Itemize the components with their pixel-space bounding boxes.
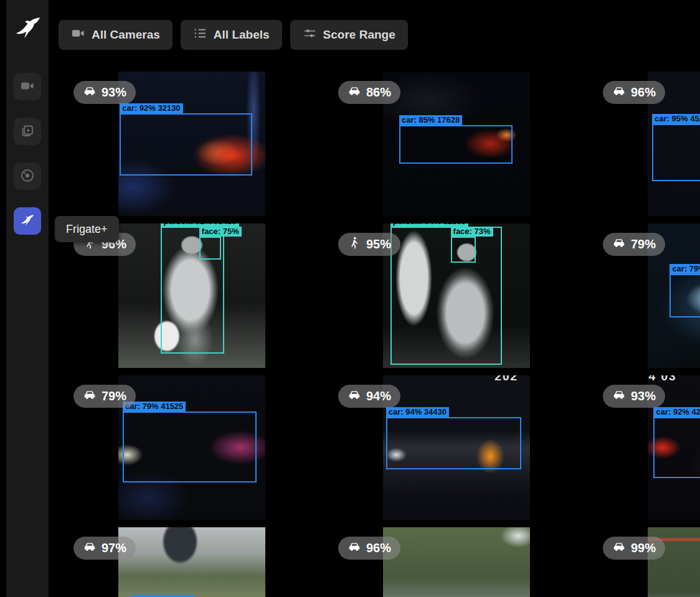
filter-bar: All Cameras All Labels Score Range [59,20,408,50]
car-icon [83,388,97,405]
review-play-icon [20,123,35,140]
snapshot-tile[interactable]: car: 85% 17628 [383,72,530,216]
detection-box: car: 79% [669,274,700,317]
score-badge: 96% [603,81,665,104]
snapshot-cell: person: 94% 82503face: 73% 95% [324,223,589,368]
detection-box: person: 94% 82503 [390,227,502,365]
camera-timestamp-fragment: 024 03 [648,375,677,383]
score-value: 96% [366,541,391,555]
detection-box: car: 94% 34430 [386,417,521,469]
video-camera-icon [20,78,35,95]
score-value: 79% [631,237,656,251]
snapshot-tile[interactable]: car: 96% 29493 [383,527,530,597]
snapshot-cell: car: 85% 17628 86% [324,72,589,216]
car-icon [348,540,361,557]
snapshot-cell: car: 79% 79% [589,223,700,368]
snapshot-cell: car: 92% 32130 93% [60,72,324,216]
snapshot-cell: car: 97% 40432 97% [60,527,324,597]
sidebar-item-review[interactable] [14,118,41,145]
detection-box: car: 85% 17628 [399,125,513,164]
score-badge: 97% [73,537,136,560]
score-value: 97% [102,541,126,555]
frigate-bird-icon [20,213,35,230]
detection-label: car: 92% 32130 [120,103,182,113]
car-icon [612,540,626,557]
camera-timestamp-fragment: 202 [494,375,518,383]
disc-icon [20,168,35,185]
filter-label: Score Range [323,28,395,42]
snapshot-cell: car: 95% 45260 96% [589,72,700,216]
score-value: 95% [366,237,391,251]
video-camera-icon [71,26,85,44]
sidebar-item-live[interactable] [14,73,41,100]
score-badge: 99% [603,537,665,560]
snapshot-tile[interactable]: car: 79% 41525 [118,375,265,520]
filter-label: All Labels [214,28,270,42]
score-range-filter-button[interactable]: Score Range [290,20,408,50]
all-labels-filter-button[interactable]: All Labels [181,20,282,50]
bulleted-list-icon [193,26,207,44]
sidebar [6,0,49,597]
snapshot-cell: car: 92% 4216024 03 93% [589,375,700,520]
car-icon [348,388,361,405]
score-value: 94% [366,389,391,403]
all-cameras-filter-button[interactable]: All Cameras [59,20,173,50]
sidebar-item-frigate-plus[interactable] [14,207,41,235]
detection-label: car: 79% [669,264,700,274]
detection-label: face: 73% [451,227,493,237]
detection-box: car: 92% 4216 [653,417,700,477]
snapshot-cell: person: 91% 93480face: 75% 96% [60,223,324,368]
snapshot-cell: car: 96% 29493 96% [324,527,589,597]
car-icon [612,388,626,405]
score-value: 96% [631,85,656,100]
frigate-plus-tooltip: Frigate+ [55,216,119,242]
snapshot-tile[interactable]: car: 92% 32130 [118,72,265,216]
person-icon [348,236,361,253]
score-value: 79% [102,389,126,403]
detection-label: face: 75% [199,227,242,237]
score-badge: 96% [338,537,400,560]
car-icon [83,84,97,101]
snapshot-tile[interactable]: car: 97% 40432 [118,527,265,597]
score-value: 99% [631,541,656,555]
detection-label: car: 92% 4216 [653,407,700,417]
sliders-icon [303,26,317,44]
score-value: 86% [366,85,391,100]
filter-label: All Cameras [92,28,160,42]
score-value: 93% [631,389,656,403]
detection-box: car: 79% 41525 [123,411,257,482]
score-badge: 95% [338,233,400,256]
score-badge: 79% [603,233,665,256]
score-badge: 94% [338,385,400,408]
frigate-logo [14,14,42,42]
snapshot-tile[interactable]: person: 94% 82503face: 73% [383,223,530,368]
car-icon [612,236,626,253]
detection-box: car: 92% 32130 [120,113,252,176]
detection-label: car: 95% 45260 [652,114,700,124]
detection-box: face: 73% [451,237,476,263]
car-icon [348,84,361,101]
score-badge: 93% [603,385,665,408]
snapshot-tile[interactable]: car: 94% 34430202 [383,375,530,520]
detection-box: car: 95% 45260 [652,124,700,182]
score-value: 93% [102,85,126,100]
detection-box: face: 75% [199,237,221,260]
car-icon [612,84,626,101]
score-badge: 86% [338,81,400,104]
car-icon [83,540,97,557]
score-badge: 93% [73,81,136,104]
snapshot-grid: car: 92% 32130 93% car: 85% 17628 86% ca… [60,72,700,597]
snapshot-tile[interactable]: person: 91% 93480face: 75% [118,223,265,368]
detection-label: car: 85% 17628 [399,115,462,125]
snapshot-cell: car: 79% 41525 79% [60,375,324,520]
snapshot-cell: car: 99% 25 99% [589,527,700,597]
sidebar-item-export[interactable] [14,162,41,190]
detection-label: car: 94% 34430 [386,407,449,417]
snapshot-cell: car: 94% 34430202 94% [324,375,589,520]
score-badge: 79% [73,385,136,408]
tooltip-label: Frigate+ [66,223,108,236]
